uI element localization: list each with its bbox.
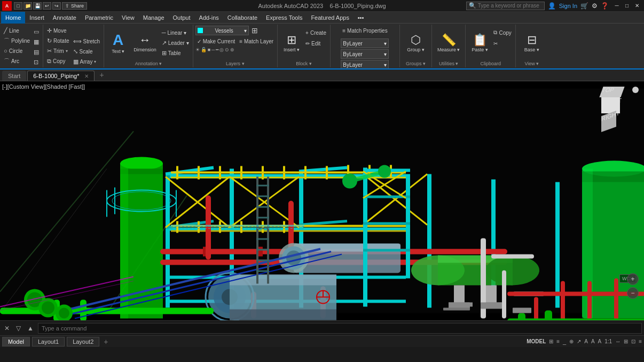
trim-button[interactable]: ✂ Trim ▾ — [45, 46, 70, 56]
menu-parametric[interactable]: Parametric — [81, 12, 117, 24]
osnap-status-button[interactable]: ↗ — [577, 338, 581, 344]
qa-new[interactable]: □ — [14, 2, 22, 10]
menu-express-tools[interactable]: Express Tools — [262, 12, 307, 24]
cart-icon[interactable]: 🛒 — [580, 2, 588, 10]
sign-in-label[interactable]: Sign In — [559, 3, 577, 9]
isolate-button[interactable]: ≡ — [639, 338, 642, 344]
transparency-icon[interactable]: ◎ — [219, 47, 224, 52]
rect-button[interactable]: ▭ — [32, 27, 41, 36]
move-button[interactable]: ✛ Move — [45, 26, 70, 35]
viewcube-north[interactable] — [632, 87, 639, 93]
menu-addins[interactable]: Add-ins — [195, 12, 223, 24]
linear-button[interactable]: ─ Linear ▾ — [160, 28, 191, 37]
circle-button[interactable]: ○ Circle — [2, 46, 32, 56]
qa-share[interactable]: ⇧ Share — [62, 2, 87, 10]
lock-button[interactable]: ⊞ — [624, 338, 628, 344]
table-button[interactable]: ⊞ Table — [160, 48, 191, 58]
ortho-status-button[interactable]: _ — [563, 338, 566, 345]
boundary-button[interactable]: ⊡ — [32, 57, 41, 67]
lineweight-dropdown[interactable]: ByLayer ▾ — [341, 60, 389, 70]
unisolate-icon[interactable]: ⊚ — [230, 47, 234, 52]
model-tab[interactable]: Model — [2, 337, 30, 346]
menu-output[interactable]: Output — [169, 12, 195, 24]
3d-scene[interactable]: TOP FRONT RIGHT WCS + − — [0, 81, 644, 320]
qa-open[interactable]: 📁 — [23, 2, 32, 10]
base-view-button[interactable]: ⊟ Base ▾ — [520, 26, 544, 60]
tab-add-button[interactable]: + — [96, 69, 108, 81]
polyline-button[interactable]: ⌒ Polyline — [2, 36, 32, 45]
array-button[interactable]: ▦ Array ▾ — [72, 57, 102, 66]
layer-properties-button[interactable]: ⊞ — [250, 26, 260, 35]
polar-status-button[interactable]: ⊕ — [569, 338, 574, 344]
linetype-dropdown[interactable]: ByLayer ▾ — [341, 49, 389, 59]
snap-status-button[interactable]: ≡ — [556, 338, 560, 344]
layer-dropdown[interactable]: Vessels ▾ — [195, 26, 249, 35]
line-button[interactable]: ╱ Line — [2, 26, 32, 35]
hatch-button[interactable]: ▦ — [32, 37, 41, 47]
measure-button[interactable]: 📏 Measure ▾ — [434, 26, 464, 60]
stretch-button[interactable]: ⟺ Stretch — [72, 36, 102, 46]
command-filter-button[interactable]: ▽ — [14, 324, 23, 333]
zoom-in-button[interactable]: + — [627, 273, 639, 285]
color-dropdown[interactable]: ByLayer ▾ — [341, 38, 389, 48]
dimension-button[interactable]: ↔ Dimension — [130, 26, 160, 60]
command-input[interactable] — [38, 323, 642, 334]
zoom-out-button[interactable]: − — [627, 287, 639, 299]
qa-save[interactable]: 💾 — [33, 2, 42, 10]
command-expand-button[interactable]: ▲ — [25, 324, 36, 333]
gradient-button[interactable]: ▤ — [32, 47, 41, 57]
viewcube[interactable]: TOP FRONT RIGHT — [601, 87, 639, 124]
paste-button[interactable]: 📋 Paste ▾ — [468, 26, 491, 60]
edit-block-button[interactable]: ✏ Edit — [304, 38, 328, 48]
maximize-button[interactable]: □ — [622, 1, 632, 11]
annotation-button[interactable]: A — [591, 338, 595, 344]
menu-view[interactable]: View — [117, 12, 139, 24]
tab-drawing[interactable]: 6-B-1000_Piping* ✕ — [27, 71, 94, 81]
settings-icon[interactable]: ⚙ — [592, 2, 598, 10]
cut-button[interactable]: ✂ — [492, 38, 513, 48]
tab-drawing-close[interactable]: ✕ — [84, 73, 89, 79]
color-icon[interactable]: ■ — [208, 47, 210, 52]
layout2-tab[interactable]: Layout2 — [67, 337, 99, 346]
minimize-button[interactable]: ─ — [612, 1, 622, 11]
annoscale-button[interactable]: A — [584, 338, 588, 344]
create-button[interactable]: + Create — [304, 28, 328, 37]
copy-clip-button[interactable]: ⧉ Copy — [492, 28, 513, 37]
menu-home[interactable]: Home — [1, 12, 25, 24]
lock-icon[interactable]: 🔓 — [201, 47, 207, 52]
add-layout-button[interactable]: + — [101, 337, 110, 346]
text-button[interactable]: A Text ▾ — [106, 26, 130, 60]
close-button[interactable]: ✕ — [632, 1, 642, 11]
command-x-button[interactable]: ✕ — [2, 324, 12, 333]
hardware-button[interactable]: ⊡ — [631, 338, 635, 344]
lineweight-icon[interactable]: ━ — [216, 47, 218, 52]
menu-collaborate[interactable]: Collaborate — [223, 12, 262, 24]
arc-button[interactable]: ⌒ Arc — [2, 56, 32, 66]
menu-manage[interactable]: Manage — [139, 12, 169, 24]
grid-status-button[interactable]: ⊞ — [549, 338, 553, 344]
linetype-icon[interactable]: ─ — [211, 47, 215, 52]
help-icon[interactable]: ❓ — [601, 2, 609, 10]
freeze-icon[interactable]: ☀ — [195, 47, 200, 52]
scale-icon[interactable]: ↔ — [615, 338, 621, 344]
copy-button[interactable]: ⧉ Copy — [45, 56, 70, 66]
rotate-button[interactable]: ↻ Rotate — [45, 36, 70, 45]
viewcube-top[interactable]: TOP — [599, 87, 624, 97]
isolate-icon[interactable]: ⊙ — [225, 47, 229, 52]
menu-more[interactable]: ▪▪▪ — [354, 12, 368, 24]
make-current-button[interactable]: ✓ Make Current — [195, 36, 237, 46]
search-box[interactable]: 🔍 — [466, 2, 545, 10]
tab-start[interactable]: Start — [2, 71, 26, 81]
match-layer-button[interactable]: ≡ Match Layer — [238, 36, 275, 46]
menu-insert[interactable]: Insert — [25, 12, 49, 24]
qa-undo[interactable]: ↩ — [43, 2, 51, 10]
menu-annotate[interactable]: Annotate — [49, 12, 81, 24]
layout1-tab[interactable]: Layout1 — [32, 337, 65, 346]
qa-redo[interactable]: ↪ — [52, 2, 61, 10]
leader-button[interactable]: ↗ Leader ▾ — [160, 38, 191, 48]
insert-button[interactable]: ⊞ Insert ▾ — [280, 26, 303, 60]
group-button[interactable]: ⬡ Group ▾ — [404, 26, 428, 60]
scale-button[interactable]: ⤡ Scale — [72, 47, 102, 56]
match-properties-button[interactable]: ≡ Match Properties — [341, 26, 389, 35]
workspace-button[interactable]: A — [598, 338, 602, 344]
